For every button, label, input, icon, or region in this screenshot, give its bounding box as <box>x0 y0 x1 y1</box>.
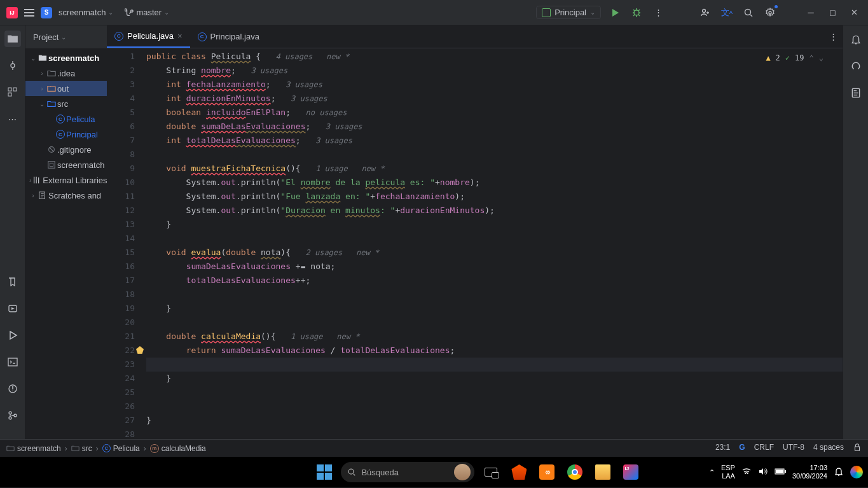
chevron-down-icon: ⌄ <box>61 34 66 41</box>
code-line[interactable]: System.out.println("Fue lanzada en: "+fe… <box>146 190 843 204</box>
tree-row[interactable]: .gitignore <box>25 142 107 157</box>
lang-indicator[interactable]: ESP LAA <box>721 464 735 480</box>
vcs-tool-icon[interactable] <box>4 407 21 424</box>
tree-row[interactable]: CPrincipal <box>25 127 107 142</box>
project-selector[interactable]: screenmatch ⌄ <box>59 8 113 17</box>
code-line[interactable]: double sumaDeLasEvaluaciones; 3 usages <box>146 120 843 134</box>
code-line[interactable] <box>146 316 843 330</box>
breadcrumb-item[interactable]: CPelicula <box>102 444 140 453</box>
ai-assistant-icon[interactable] <box>848 59 864 74</box>
wifi-icon[interactable] <box>741 466 752 478</box>
code-line[interactable]: public class Pelicula { 4 usages new * <box>146 50 843 64</box>
brave-icon[interactable] <box>507 461 530 484</box>
tree-row[interactable]: screenmatch <box>25 157 107 172</box>
taskbar-search[interactable]: Búsqueda <box>341 462 474 482</box>
tree-row[interactable]: ›.idea <box>25 66 107 81</box>
line-separator[interactable]: CRLF <box>754 443 774 454</box>
close-icon[interactable]: ✕ <box>846 5 862 20</box>
cursor-position[interactable]: 23:1 <box>715 443 730 454</box>
code-with-me-icon[interactable] <box>698 5 713 20</box>
terminal-tool-icon[interactable] <box>4 354 21 370</box>
volume-icon[interactable] <box>758 466 768 478</box>
code-line[interactable] <box>146 400 843 414</box>
more-tools-icon[interactable]: ⋯ <box>4 111 21 127</box>
code-line[interactable]: int duracionEnMinutos; 3 usages <box>146 92 843 106</box>
code-line[interactable]: String nombre; 3 usages <box>146 64 843 78</box>
xampp-icon[interactable]: ထ <box>535 461 558 484</box>
code-line[interactable] <box>146 232 843 246</box>
structure-tool-icon[interactable] <box>4 84 21 101</box>
more-actions-icon[interactable]: ⋮ <box>651 5 666 20</box>
code-line[interactable]: int totalDeLasEvaluaciones; 3 usages <box>146 134 843 148</box>
main-menu-icon[interactable] <box>24 7 34 18</box>
maximize-icon[interactable]: ◻ <box>825 5 840 20</box>
tree-row[interactable]: CPelicula <box>25 111 107 127</box>
run-button[interactable] <box>607 5 623 20</box>
code-line[interactable]: System.out.println("Duracion en minutos:… <box>146 204 843 218</box>
code-line[interactable]: } <box>146 302 843 316</box>
battery-icon[interactable] <box>775 468 786 477</box>
indent[interactable]: 4 spaces <box>813 443 844 454</box>
chrome-icon[interactable] <box>563 461 586 484</box>
translate-icon[interactable]: 文A <box>719 5 734 20</box>
bookmarks-tool-icon[interactable] <box>4 274 21 290</box>
code-line[interactable]: int fechaLanzamiento; 3 usages <box>146 78 843 92</box>
breadcrumb-item[interactable]: mcalculaMedia <box>150 444 206 453</box>
project-tool-icon[interactable] <box>4 31 21 47</box>
google-icon[interactable]: G <box>739 443 745 454</box>
editor-tab[interactable]: CPelicula.java× <box>107 25 190 48</box>
code-line[interactable] <box>146 288 843 302</box>
database-icon[interactable] <box>848 85 864 101</box>
readonly-toggle-icon[interactable] <box>853 443 862 454</box>
intellij-icon[interactable]: IJ <box>619 461 642 484</box>
explorer-icon[interactable] <box>591 461 614 484</box>
search-placeholder: Búsqueda <box>361 468 399 477</box>
code-line[interactable]: totalDeLasEvaluaciones++; <box>146 274 843 288</box>
code-line[interactable] <box>146 428 843 439</box>
code-line[interactable]: } <box>146 414 843 428</box>
code-line[interactable] <box>146 358 843 372</box>
code-line[interactable]: return sumaDeLasEvaluaciones / totalDeLa… <box>146 344 843 358</box>
tray-chevron-icon[interactable]: ⌃ <box>709 468 715 477</box>
code-line[interactable] <box>146 386 843 400</box>
svg-point-1 <box>703 9 706 12</box>
close-tab-icon[interactable]: × <box>177 31 183 41</box>
project-header[interactable]: Project ⌄ <box>25 25 107 48</box>
code-line[interactable]: System.out.println("El nombre de la peli… <box>146 176 843 190</box>
project-tree[interactable]: ⌄screenmatch›.idea›out⌄srcCPeliculaCPrin… <box>25 48 107 439</box>
search-icon[interactable] <box>741 5 756 20</box>
tray-notifications-icon[interactable] <box>834 466 844 478</box>
code-line[interactable]: sumaDeLasEvaluaciones += nota; <box>146 260 843 274</box>
vcs-branch[interactable]: master ⌄ <box>125 8 169 17</box>
copilot-icon[interactable] <box>850 466 863 478</box>
settings-icon[interactable] <box>762 5 778 20</box>
debug-button[interactable] <box>629 5 644 20</box>
clock[interactable]: 17:03 30/09/2024 <box>792 464 827 480</box>
run-config-selector[interactable]: Principal ⌄ <box>536 6 601 19</box>
tree-row[interactable]: ⌄screenmatch <box>25 50 107 66</box>
breadcrumb-item[interactable]: src <box>71 444 92 453</box>
tabs-more-icon[interactable]: ⋮ <box>824 25 843 48</box>
taskview-icon[interactable] <box>479 461 502 484</box>
run-tool-icon[interactable] <box>4 327 21 344</box>
tree-row[interactable]: ›Scratches and <box>25 188 107 203</box>
code-line[interactable]: } <box>146 218 843 232</box>
editor-tab[interactable]: CPrincipal.java <box>190 25 267 48</box>
code-line[interactable]: void muestraFichaTecnica(){ 1 usage new … <box>146 162 843 176</box>
code-line[interactable]: } <box>146 372 843 386</box>
code-line[interactable]: void evalua(double nota){ 2 usages new * <box>146 246 843 260</box>
encoding[interactable]: UTF-8 <box>783 443 804 454</box>
notifications-icon[interactable] <box>848 32 864 47</box>
start-button[interactable] <box>313 461 336 484</box>
breadcrumb-item[interactable]: screenmatch <box>6 444 61 453</box>
tree-row[interactable]: ›External Libraries <box>25 172 107 188</box>
code-line[interactable]: boolean incluidoEnElPlan; no usages <box>146 106 843 120</box>
code-line[interactable] <box>146 148 843 162</box>
services-tool-icon[interactable] <box>4 300 21 317</box>
tree-row[interactable]: ⌄src <box>25 96 107 111</box>
tree-row[interactable]: ›out <box>25 81 107 96</box>
code-line[interactable]: double calculaMedia(){ 1 usage new * <box>146 330 843 344</box>
minimize-icon[interactable]: ─ <box>803 5 818 20</box>
commit-tool-icon[interactable] <box>4 57 21 74</box>
problems-tool-icon[interactable] <box>4 380 21 397</box>
